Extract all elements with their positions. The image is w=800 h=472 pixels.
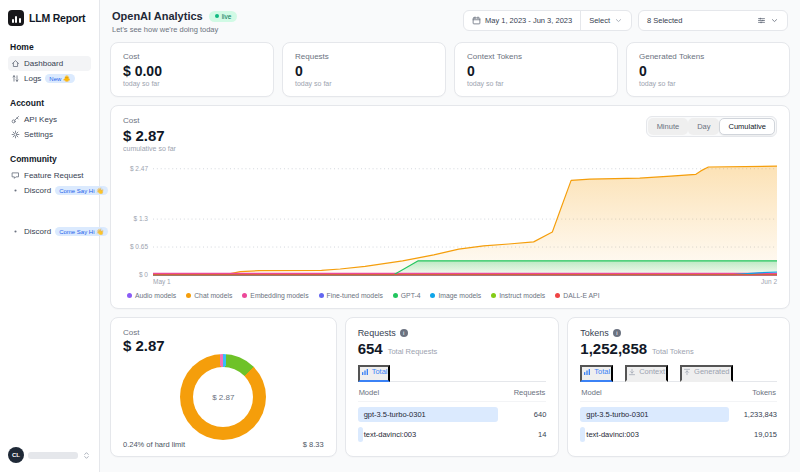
x-axis: May 1Jun 2 (153, 278, 777, 285)
requests-table: ModelRequestsgpt-3.5-turbo-0301640text-d… (358, 382, 547, 442)
info-icon[interactable]: i (400, 329, 408, 337)
stat-value: $ 0.00 (123, 63, 261, 79)
chart-sub: cumulative so far (123, 145, 176, 152)
main-content: OpenAI Analytics live Let's see how we'r… (100, 0, 800, 472)
legend-label: Instruct models (499, 292, 545, 299)
date-range-picker[interactable]: May 1, 2023 - Jun 3, 2023 (464, 11, 580, 30)
legend-item-image-models: Image models (430, 292, 481, 299)
y-tick-label: $ 0.65 (130, 243, 148, 250)
legend-dot-icon (393, 293, 398, 298)
logs-icon (11, 74, 20, 83)
cost-donut-chart: $ 2.87 (180, 354, 266, 440)
sidebar: LLM Report HomeDashboardLogsNew 🐥Account… (0, 0, 100, 472)
tab-total[interactable]: Total (358, 365, 391, 382)
sidebar-item-settings[interactable]: Settings (8, 127, 91, 142)
upload-icon (683, 368, 691, 376)
chevron-updown-icon (82, 446, 91, 464)
bar-cell: text-davinci:003 (358, 427, 499, 442)
sidebar-item-label: API Keys (24, 115, 57, 124)
tab-day[interactable]: Day (688, 118, 719, 135)
stat-cards-row: Cost$ 0.00today so farRequests0today so … (110, 42, 790, 97)
requests-title: Requests (358, 328, 396, 338)
sidebar-item-badge: New 🐥 (45, 74, 74, 83)
legend-dot-icon (491, 293, 496, 298)
sidebar-item-dashboard[interactable]: Dashboard (8, 56, 91, 71)
table-row: text-davinci:00314 (358, 427, 547, 442)
tokens-value: 1,252,858 (580, 340, 647, 357)
cost-breakdown-card: Cost $ 2.87 $ 2.87 0.24% of hard limit $… (110, 317, 337, 457)
sliders-icon (757, 16, 766, 25)
page-header: OpenAI Analytics live Let's see how we'r… (112, 10, 788, 34)
stat-card-cost: Cost$ 0.00today so far (110, 42, 274, 97)
y-tick-label: $ 1.3 (134, 215, 148, 222)
chart-canvas (153, 158, 777, 276)
stat-label: Requests (295, 52, 433, 61)
stat-value: 0 (467, 63, 605, 79)
legend-dot-icon (186, 293, 191, 298)
page-title: OpenAI Analytics (112, 10, 203, 22)
legend-label: Image models (438, 292, 481, 299)
tab-minute[interactable]: Minute (648, 118, 689, 135)
table-row: text-davinci:00319,015 (580, 427, 777, 442)
bar-chart-logo-icon (8, 10, 24, 26)
tokens-tabs: TotalContextGenerated (580, 365, 777, 382)
sidebar-item-label: Logs (24, 74, 41, 83)
stat-label: Cost (123, 52, 261, 61)
sidebar-item-discord[interactable]: DiscordCome Say Hi 👋 (8, 224, 91, 239)
page-subtitle: Let's see how we're doing today (112, 25, 237, 34)
tab-label: Generated (694, 367, 729, 376)
stat-value: 0 (639, 63, 777, 79)
cost-card-value: $ 2.87 (123, 337, 324, 354)
row-value: 19,015 (729, 430, 777, 439)
calendar-icon (472, 16, 481, 25)
legend-label: DALL-E API (563, 292, 599, 299)
live-badge: live (209, 11, 238, 22)
column-header: Requests (514, 388, 546, 397)
chevron-down-icon (614, 16, 623, 25)
x-tick-label: Jun 2 (761, 278, 777, 285)
column-header: Tokens (752, 388, 776, 397)
table-header-row: ModelRequests (358, 382, 547, 402)
row-value: 1,233,843 (729, 410, 777, 419)
hard-limit-amount: $ 8.33 (303, 440, 324, 449)
brand-logo[interactable]: LLM Report (8, 10, 91, 26)
chart-legend: Audio modelsChat modelsEmbedding modelsF… (127, 292, 777, 299)
tab-cumulative[interactable]: Cumulative (719, 118, 775, 135)
key-icon (11, 115, 20, 124)
info-icon[interactable]: i (613, 329, 621, 337)
bottom-cards-row: Cost $ 2.87 $ 2.87 0.24% of hard limit $… (110, 317, 790, 457)
model-name: gpt-3.5-turbo-0301 (580, 410, 648, 419)
dot-icon (11, 186, 20, 195)
models-select[interactable]: 8 Selected (638, 10, 788, 31)
y-axis: $ 2.47$ 1.3$ 0.65$ 0 (123, 158, 153, 276)
date-preset-select[interactable]: Select (581, 11, 631, 30)
bar-cell: gpt-3.5-turbo-0301 (580, 407, 729, 422)
cost-area-chart: $ 2.47$ 1.3$ 0.65$ 0 (123, 158, 777, 276)
stat-value: 0 (295, 63, 433, 79)
gear-icon (11, 130, 20, 139)
stat-card-requests: Requests0today so far (282, 42, 446, 97)
table-row: gpt-3.5-turbo-03011,233,843 (580, 407, 777, 422)
sidebar-item-feature-request[interactable]: Feature Request (8, 168, 91, 183)
org-name-skeleton (28, 452, 78, 459)
sidebar-nav: HomeDashboardLogsNew 🐥AccountAPI KeysSet… (8, 30, 91, 239)
stat-card-generated-tokens: Generated Tokens0today so far (626, 42, 790, 97)
chevron-down-icon (770, 16, 779, 25)
brand-name: LLM Report (29, 12, 85, 24)
sidebar-item-logs[interactable]: LogsNew 🐥 (8, 71, 91, 86)
sidebar-section-title: Community (10, 154, 91, 164)
row-value: 14 (498, 430, 546, 439)
chart-label: Cost (123, 116, 176, 125)
bar-cell: gpt-3.5-turbo-0301 (358, 407, 499, 422)
org-switcher[interactable]: CL (8, 438, 91, 464)
sidebar-item-api-keys[interactable]: API Keys (8, 112, 91, 127)
sidebar-item-label: Dashboard (24, 59, 63, 68)
model-name: gpt-3.5-turbo-0301 (358, 410, 426, 419)
legend-item-gpt-4: GPT-4 (393, 292, 421, 299)
tab-generated[interactable]: Generated (680, 365, 732, 382)
sidebar-item-discord[interactable]: DiscordCome Say Hi 👋 (8, 183, 91, 198)
chat-bubble-icon (11, 171, 20, 180)
tab-total[interactable]: Total (580, 365, 613, 382)
legend-dot-icon (127, 293, 132, 298)
tab-context[interactable]: Context (625, 365, 668, 382)
